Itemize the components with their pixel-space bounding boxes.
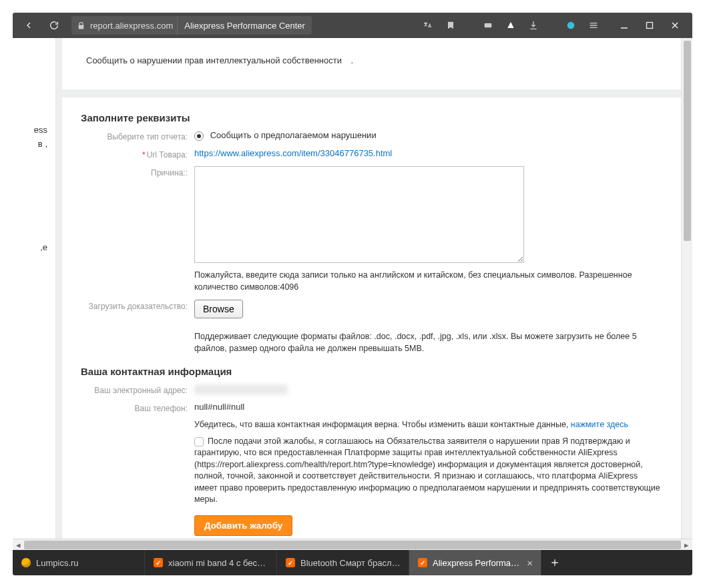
download-icon[interactable] [524, 16, 543, 35]
row-upload: Загрузить доказательство: Browse Поддерж… [81, 300, 662, 354]
tab-title: Lumpics.ru [36, 558, 136, 568]
verify-text: Убедитесь, что ваша контактная информаци… [194, 420, 571, 429]
row-verify: Убедитесь, что ваша контактная информаци… [81, 420, 662, 429]
tab-close-button[interactable]: × [527, 558, 533, 568]
favicon-aliexpress: ✓ [285, 557, 296, 568]
row-report-type: Выберите тип отчета: Сообщить о предпола… [81, 130, 662, 141]
address-title: Aliexpress Performance Center [177, 16, 312, 35]
submit-complaint-button[interactable]: Добавить жалобу [194, 515, 292, 536]
window-close-button[interactable] [663, 15, 687, 35]
svg-rect-0 [485, 23, 492, 28]
address-bar[interactable]: report.aliexpress.com Aliexpress Perform… [71, 16, 312, 35]
label-phone: Ваш телефон: [81, 402, 194, 413]
label-upload: Загрузить доказательство: [81, 300, 194, 354]
row-reason: Причина:: Пожалуйста, введите сюда запис… [81, 166, 662, 293]
profile-avatar-icon[interactable] [561, 16, 580, 35]
tab-title: Bluetooth Смарт браслет д [300, 558, 401, 568]
bookmark-icon[interactable] [441, 16, 460, 35]
svg-point-1 [567, 22, 575, 29]
tab-bluetooth[interactable]: ✓ Bluetooth Смарт браслет д [277, 550, 409, 575]
favicon-aliexpress: ✓ [153, 557, 164, 568]
row-url: *Url Товара: https://www.aliexpress.com/… [81, 148, 662, 160]
window-maximize-button[interactable] [638, 15, 662, 35]
label-email: Ваш электронный адрес: [81, 384, 194, 395]
extension-os-icon[interactable] [479, 16, 497, 35]
product-url-link[interactable]: https://www.aliexpress.com/item/33046776… [194, 148, 392, 158]
horizontal-scrollbar[interactable]: ◂ ▸ [13, 539, 692, 550]
menu-button[interactable] [584, 16, 603, 35]
report-type-radio[interactable] [194, 131, 204, 141]
window-minimize-button[interactable] [612, 15, 636, 35]
browse-button[interactable]: Browse [194, 300, 243, 318]
svg-rect-2 [647, 23, 653, 29]
change-contact-link[interactable]: нажмите здесь [571, 420, 628, 429]
tab-title: Aliexpress Performance C [433, 558, 522, 568]
tab-bar: Lumpics.ru ✓ xiaomi mi band 4 с бесплат … [13, 550, 692, 575]
sidebar-partial: ess , в е, [13, 38, 55, 539]
nav-back-button[interactable] [18, 15, 39, 36]
agreement-checkbox[interactable] [194, 437, 204, 447]
reason-textarea[interactable] [194, 166, 524, 263]
address-domain: report.aliexpress.com [90, 21, 177, 31]
favicon-lumpics [21, 557, 31, 568]
main-form-card: Заполните реквизиты Выберите тип отчета:… [62, 97, 681, 539]
report-type-option-label: Сообщить о предполагаемом нарушении [210, 130, 377, 140]
form-section-title: Заполните реквизиты [81, 112, 662, 123]
vertical-scrollbar[interactable] [681, 38, 692, 539]
tab-title: xiaomi mi band 4 с бесплат [168, 558, 268, 568]
favicon-aliexpress: ✓ [417, 557, 428, 568]
contact-section-title: Ваша контактная информация [81, 366, 662, 377]
phone-value: null#null#null [194, 402, 662, 413]
nav-reload-button[interactable] [43, 15, 65, 36]
browser-toolbar: report.aliexpress.com Aliexpress Perform… [13, 13, 692, 38]
translate-icon[interactable] [419, 16, 437, 35]
row-email: Ваш электронный адрес: [81, 384, 662, 395]
row-phone: Ваш телефон: null#null#null [81, 402, 662, 413]
label-url: *Url Товара: [81, 148, 194, 160]
horizontal-scrollbar-thumb[interactable] [24, 541, 681, 549]
label-reason: Причина:: [81, 166, 194, 293]
tab-aliexpress-performance[interactable]: ✓ Aliexpress Performance C × [409, 550, 541, 575]
hscroll-right-arrow[interactable]: ▸ [681, 539, 692, 550]
reason-hint: Пожалуйста, введите сюда записи только н… [194, 269, 648, 293]
page-viewport: ess , в е, Сообщить о нарушении прав инт… [13, 38, 692, 550]
new-tab-button[interactable] [541, 550, 568, 575]
extension-cloud-icon[interactable] [501, 16, 520, 35]
tab-lumpics[interactable]: Lumpics.ru [13, 550, 145, 575]
hscroll-left-arrow[interactable]: ◂ [13, 539, 24, 550]
upload-hint: Поддерживает следующие форматы файлов: .… [194, 330, 648, 354]
breadcrumb-text: Сообщить о нарушении прав интеллектуальн… [86, 55, 342, 65]
breadcrumb-card: Сообщить о нарушении прав интеллектуальн… [62, 38, 681, 89]
email-value-redacted [194, 384, 288, 394]
lock-icon [71, 21, 90, 30]
tab-xiaomi[interactable]: ✓ xiaomi mi band 4 с бесплат [145, 550, 277, 575]
vertical-scrollbar-thumb[interactable] [684, 41, 691, 241]
row-agreement: После подачи этой жалобы, я соглашаюсь н… [81, 436, 662, 536]
agreement-text: После подачи этой жалобы, я соглашаюсь н… [194, 436, 660, 505]
label-report-type: Выберите тип отчета: [81, 130, 194, 141]
